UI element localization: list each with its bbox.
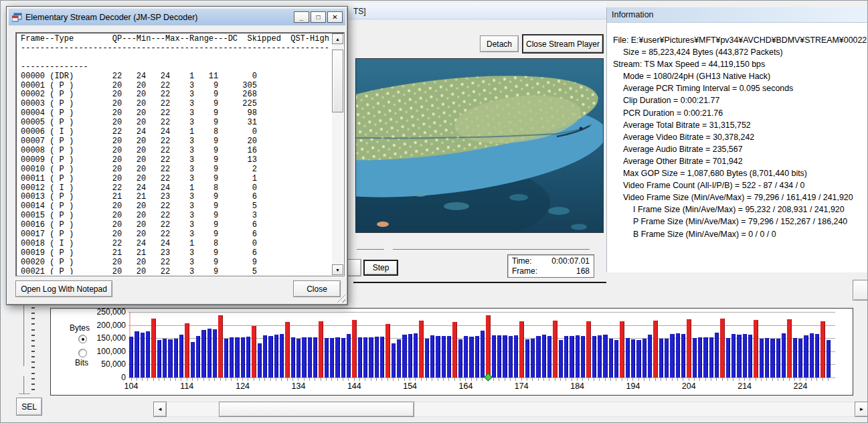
- x-axis-tick: [699, 377, 700, 381]
- x-axis-tick: [242, 377, 243, 381]
- open-log-with-notepad-button[interactable]: Open Log With Notepad: [15, 280, 112, 297]
- sel-button[interactable]: SEL: [16, 398, 42, 416]
- x-axis-tick: [426, 377, 427, 381]
- whale-shark-video-frame: [356, 59, 604, 233]
- x-axis-tick: [644, 377, 644, 381]
- x-axis-tick: [214, 377, 215, 381]
- x-axis-tick: [605, 377, 606, 381]
- x-axis-tick: [711, 377, 711, 381]
- x-axis-tick: [756, 377, 756, 381]
- x-axis-tick: [727, 377, 728, 381]
- x-axis-tick: [398, 377, 399, 381]
- scroll-right-button[interactable]: ►: [855, 402, 868, 417]
- p-frame-bar: [397, 339, 401, 377]
- vertical-slider-thumb[interactable]: [17, 366, 31, 376]
- slider-tick: [31, 389, 35, 390]
- x-axis-tick: [371, 377, 371, 381]
- x-axis-tick: [254, 377, 254, 381]
- x-axis-tick: [231, 377, 232, 381]
- x-axis-tick: [493, 377, 494, 381]
- x-axis-tick: [326, 377, 327, 381]
- log-scrollbar-thumb[interactable]: [332, 50, 343, 112]
- dialog-titlebar[interactable]: Elementary Stream Decoder (JM-SP Decoder…: [9, 9, 345, 25]
- vertical-slider-track[interactable]: [23, 305, 25, 394]
- p-frame-bar: [636, 340, 640, 377]
- x-axis-tick: [772, 377, 773, 381]
- p-frame-bar: [676, 333, 680, 377]
- slider-tick: [31, 313, 35, 314]
- detach-button[interactable]: Detach: [480, 35, 519, 52]
- partially-visible-button[interactable]: [853, 280, 868, 301]
- scroll-down-button[interactable]: ▼: [332, 264, 343, 275]
- p-frame-bar: [325, 338, 329, 377]
- info-line: Mode = 1080/24pH (GH13 Native Hack): [613, 70, 868, 82]
- x-axis-label: 134: [285, 382, 312, 391]
- p-frame-bar: [810, 333, 814, 377]
- p-frame-bar: [241, 337, 245, 377]
- p-frame-bar: [748, 335, 752, 377]
- main-window-title: TS]: [353, 7, 366, 16]
- information-window: Information File: E:¥user¥Pictures¥MFT¥p…: [606, 7, 868, 272]
- scroll-up-button[interactable]: ▲: [332, 33, 343, 44]
- p-frame-bar: [341, 338, 345, 377]
- x-axis-tick: [683, 377, 683, 381]
- p-frame-bar: [614, 340, 618, 377]
- x-axis-tick: [354, 377, 355, 381]
- frame-label: Frame:: [512, 266, 537, 276]
- p-frame-bar: [770, 339, 774, 377]
- slider-tick: [31, 356, 35, 357]
- p-frame-bar: [224, 339, 228, 377]
- x-axis-label: 104: [118, 382, 145, 391]
- x-axis-tick: [816, 377, 817, 381]
- p-frame-bar: [703, 337, 707, 377]
- x-axis-tick: [465, 377, 466, 381]
- x-axis-label: 164: [452, 382, 479, 391]
- p-frame-bar: [570, 336, 574, 377]
- x-axis-tick: [432, 377, 432, 381]
- p-frame-bar: [815, 334, 819, 377]
- log-scrollbar[interactable]: ▲ ▼: [332, 33, 343, 275]
- x-axis-tick: [582, 377, 583, 381]
- x-axis-tick: [220, 377, 221, 381]
- x-axis-label: 224: [787, 382, 814, 391]
- step-button[interactable]: Step: [363, 260, 398, 276]
- x-axis-tick: [655, 377, 656, 381]
- x-axis-tick: [588, 377, 589, 381]
- info-line: Video Frame Size (Min/Ave/Max) = 79,296 …: [613, 191, 868, 203]
- close-stream-player-button[interactable]: Close Stream Player: [522, 34, 604, 54]
- p-frame-bar: [369, 337, 373, 377]
- p-frame-bar: [302, 337, 306, 377]
- p-frame-bar: [509, 336, 513, 377]
- info-line: File: E:¥user¥Pictures¥MFT¥pv34¥AVCHD¥BD…: [613, 34, 868, 46]
- x-axis-tick: [387, 377, 388, 381]
- p-frame-bar: [179, 335, 183, 377]
- slider-tick: [31, 340, 35, 341]
- maximize-button[interactable]: □: [311, 11, 326, 23]
- p-frame-bar: [425, 339, 429, 377]
- decoder-log-listbox[interactable]: Frame--Type QP---Min---Max--Range---DC S…: [15, 32, 345, 276]
- dialog-close-button[interactable]: Close: [293, 280, 341, 297]
- x-axis-tick: [209, 377, 209, 381]
- x-axis-tick: [147, 377, 148, 381]
- p-frame-bar: [201, 330, 205, 377]
- x-axis-tick: [744, 377, 745, 381]
- p-frame-bar: [726, 338, 730, 377]
- dialog-title: Elementary Stream Decoder (JM-SP Decoder…: [25, 13, 292, 22]
- slider-tick: [31, 335, 35, 336]
- p-frame-bar: [135, 331, 139, 377]
- x-axis-label: 204: [675, 382, 702, 391]
- p-frame-bar: [737, 335, 741, 377]
- p-frame-bar: [280, 334, 284, 377]
- x-axis-tick: [337, 377, 338, 381]
- p-frame-bar: [402, 335, 406, 377]
- close-window-button[interactable]: ✕: [327, 11, 343, 23]
- p-frame-bar: [581, 336, 585, 377]
- i-frame-bar: [285, 322, 289, 377]
- y-axis-label: 150,000: [71, 333, 126, 343]
- scroll-left-button[interactable]: ◄: [153, 402, 167, 417]
- minimize-button[interactable]: _: [294, 11, 309, 23]
- p-frame-bar: [414, 333, 418, 377]
- p-frame-bar: [760, 339, 764, 377]
- horizontal-scrollbar-thumb[interactable]: [219, 402, 414, 417]
- x-axis-label: 174: [508, 382, 535, 391]
